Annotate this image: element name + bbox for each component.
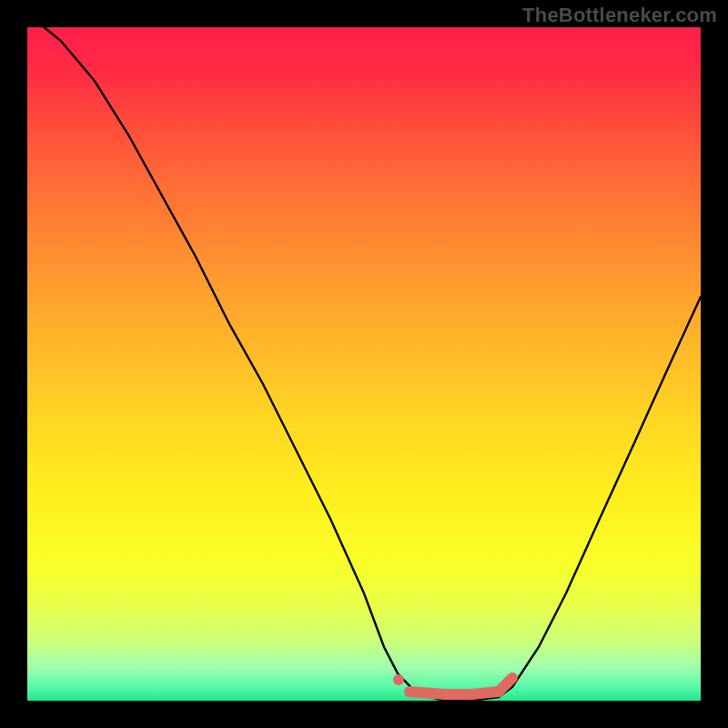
- optimal-range-marker: [410, 678, 512, 694]
- optimal-start-dot: [393, 674, 404, 685]
- plot-area: [27, 27, 701, 701]
- curve-layer: [27, 27, 701, 701]
- bottleneck-curve: [27, 27, 701, 701]
- watermark-text: TheBottleneker.com: [522, 4, 717, 27]
- chart-frame: TheBottleneker.com: [0, 0, 728, 728]
